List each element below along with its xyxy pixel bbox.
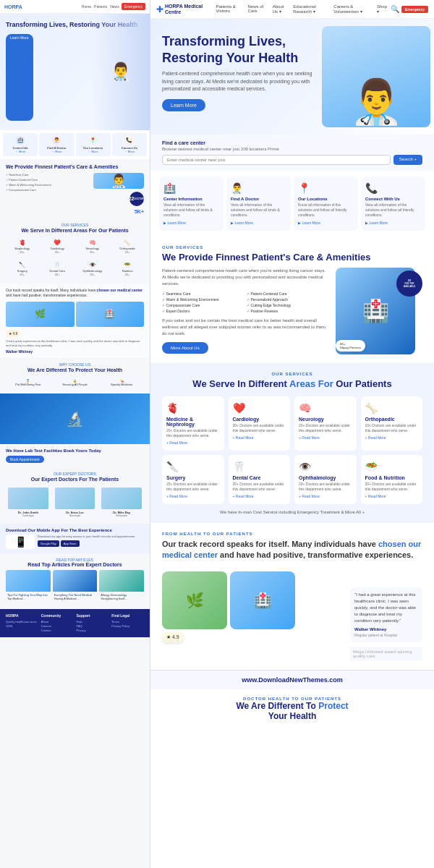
info-card-connect-more[interactable]: ▶ Learn More xyxy=(365,221,421,225)
find-input[interactable] xyxy=(162,155,391,165)
amenities-section: OUR SERVICES We Provide Finnest Patient'… xyxy=(150,237,434,363)
services-grid: 🫀 Medicine & Nephrology 20+ Doctors are … xyxy=(162,396,422,504)
amenity-1: Seamless Care xyxy=(6,173,90,176)
left-info-card-1[interactable]: 🏥 Center Info → More xyxy=(3,133,38,156)
google-play-btn[interactable]: Google Play xyxy=(38,540,59,547)
info-cards-row: 🏥 Center Information View all informatio… xyxy=(150,171,434,237)
info-card-center[interactable]: 🏥 Center Information View all informatio… xyxy=(159,176,224,231)
article-card-1[interactable]: Tips For Fighting Your Way Into Top Medi… xyxy=(6,570,51,602)
right-learn-more-btn[interactable]: Learn More xyxy=(162,99,205,111)
doctor-available-badge: 22 DOCTORAVAILABLE xyxy=(396,271,422,297)
doctor-card-2[interactable]: Dr. Anna Lee Neurologist xyxy=(53,485,98,519)
left-card-2-more[interactable]: → More xyxy=(41,150,72,153)
testimonial-label: FROM HEALTH TO OUR PATIENTS xyxy=(162,532,422,536)
info-card-locations[interactable]: 📍 Our Locations Know all information of … xyxy=(294,176,358,231)
ophthalmology-desc: 20+ Doctors are available under this dep… xyxy=(299,482,352,492)
apple-store-btn[interactable]: App Store xyxy=(61,540,80,547)
doctor-role-2: Neurologist xyxy=(55,514,95,517)
info-card-locations-more[interactable]: ▶ Learn More xyxy=(298,221,354,225)
left-protect-section: WHY CHOOSE US We Are Different To Protec… xyxy=(0,358,150,393)
area-dental[interactable]: 🦷 Dental Care 20+ xyxy=(41,259,75,279)
left-lab-btn[interactable]: Book Appointment xyxy=(6,456,44,463)
cardiology-more[interactable]: + Read More xyxy=(233,435,286,440)
locations-icon-r: 📍 xyxy=(298,182,354,194)
service-ophthalmology[interactable]: 👁️ Ophthalmology 20+ Doctors are availab… xyxy=(294,455,357,504)
amenities-cta-btn[interactable]: More About Us xyxy=(162,342,208,354)
find-doctor-icon-r: 👨‍⚕️ xyxy=(231,182,286,194)
left-nav: HORPA Home Patients News Emergency xyxy=(0,0,150,14)
info-card-connect[interactable]: 📞 Connect With Us View all information o… xyxy=(361,176,425,231)
service-ortho[interactable]: 🦴 Orthopaedic 10+ Doctors are available … xyxy=(361,396,423,451)
nav-link-about[interactable]: About Us ▾ xyxy=(273,4,290,14)
neurology-more[interactable]: + Read More xyxy=(299,435,352,440)
checklist-7: Expert Doctors xyxy=(162,309,245,313)
article-card-3[interactable]: Allergy Dermatology Straightening Itself… xyxy=(99,570,144,602)
center-info-icon: 🏥 xyxy=(16,136,25,145)
left-amenities-img: 👨‍⚕️ xyxy=(93,173,144,189)
find-center-subtitle: Browse nearest medical center near you 2… xyxy=(162,147,422,151)
left-info-card-2[interactable]: 👨‍⚕️ Find A Doctor → More xyxy=(39,133,74,156)
left-nav-news[interactable]: News xyxy=(110,4,119,9)
area-cardiology[interactable]: ❤️ Cardiology 20+ xyxy=(41,237,75,257)
service-dental[interactable]: 🦷 Dental Care 20+ Doctors are available … xyxy=(229,455,291,504)
left-card-1-more[interactable]: → More xyxy=(4,150,36,153)
footer-col-2: Community AboutCareersContact xyxy=(41,613,74,633)
surgery-desc: 20+ Doctors are available under this dep… xyxy=(166,482,220,492)
left-card-3-more[interactable]: → More xyxy=(77,150,109,153)
surgery-more[interactable]: + Read More xyxy=(166,494,220,498)
left-testimonial-text: Our track record speaks for itself. Many… xyxy=(6,288,144,299)
surgery-title: Surgery xyxy=(166,475,220,480)
info-card-doctor-more[interactable]: ▶ Learn More xyxy=(231,221,286,225)
article-card-2[interactable]: Everything You Need Medical Having A Med… xyxy=(53,570,98,602)
protect-card-2: 🔒 Securing All People xyxy=(53,376,98,389)
cardiology-desc: 20+ Doctors are available under this dep… xyxy=(233,423,286,433)
footer-col-2-heading: Community xyxy=(41,613,74,618)
right-emergency-btn[interactable]: Emergency xyxy=(401,6,428,13)
info-card-center-more[interactable]: ▶ Learn More xyxy=(163,221,219,225)
left-learn-btn[interactable]: Learn More xyxy=(6,34,33,121)
left-doctor-badge: 22 DOCTORS xyxy=(129,192,144,206)
nav-link-education[interactable]: Educational Research ▾ xyxy=(293,4,330,14)
left-card-4-more[interactable]: → More xyxy=(114,150,145,153)
testimonial-title: Our track record speaks for itself. Many… xyxy=(162,539,422,561)
left-nav-home[interactable]: Home xyxy=(82,4,91,9)
doctor-img-2 xyxy=(55,488,95,509)
ortho-more[interactable]: + Read More xyxy=(365,435,419,440)
left-app-phone: 📱 xyxy=(6,535,35,549)
service-nutrition[interactable]: 🥗 Food & Nutrition 20+ Doctors are avail… xyxy=(361,455,423,504)
service-nephrology[interactable]: 🫀 Medicine & Nephrology 20+ Doctors are … xyxy=(162,396,224,451)
area-nephrology[interactable]: 🫀 Nephrology 20+ xyxy=(6,237,39,257)
dental-more[interactable]: + Read More xyxy=(233,494,286,498)
testimonial-content: 🌿 🏥 ★ 4.9 "I had a great experience at t… xyxy=(162,566,422,662)
search-icon[interactable]: 🔍 xyxy=(391,5,399,13)
service-neurology[interactable]: 🧠 Neurology 20+ Doctors are available un… xyxy=(294,396,357,451)
left-emergency-btn[interactable]: Emergency xyxy=(122,3,145,10)
protect-title-2: Securing All People xyxy=(56,383,95,386)
doctor-card-3[interactable]: Dr. Mike Ray Orthopaedic xyxy=(99,485,144,519)
area-eye[interactable]: 👁️ Ophthalmology 20+ xyxy=(76,259,109,279)
service-surgery[interactable]: 🔪 Surgery 20+ Doctors are available unde… xyxy=(162,455,224,504)
amenities-left: Patient-centered comprehensive health ca… xyxy=(162,268,330,354)
dental-icon: 🦷 xyxy=(43,262,73,268)
nutrition-more[interactable]: + Read More xyxy=(365,494,419,498)
dental-title: Dental Care xyxy=(233,475,286,480)
left-info-card-4[interactable]: 📞 Connect Us → More xyxy=(112,133,147,156)
service-cardiology[interactable]: ❤️ Cardiology 20+ Doctors are available … xyxy=(229,396,291,451)
find-center-title: Find a care center xyxy=(162,140,422,145)
find-submit-btn[interactable]: Search + xyxy=(393,155,422,165)
nav-link-careers[interactable]: Careers & Volunteerism ▾ xyxy=(333,4,373,14)
left-nav-patients[interactable]: Patients xyxy=(94,4,107,9)
area-neurology[interactable]: 🧠 Neurology 30+ xyxy=(76,237,109,257)
left-info-card-3[interactable]: 📍 Our Locations → More xyxy=(76,133,111,156)
ophthalmology-more[interactable]: + Read More xyxy=(299,494,352,498)
nephrology-more[interactable]: + Read More xyxy=(166,441,220,445)
area-surgery[interactable]: 🔪 Surgery 20+ xyxy=(6,259,39,279)
area-nutrition[interactable]: 🥗 Nutrition 20+ xyxy=(111,259,145,279)
nav-link-shop[interactable]: Shop ▾ xyxy=(377,4,388,14)
doctor-card-1[interactable]: Dr. John Smith Cardiologist xyxy=(6,485,51,519)
area-ortho[interactable]: 🦴 Orthopaedic 10+ xyxy=(111,237,145,257)
connect-icon: 📞 xyxy=(125,136,134,145)
nav-link-patients[interactable]: Patients & Visitors xyxy=(216,4,244,14)
info-card-doctor[interactable]: 👨‍⚕️ Find A Doctor View all information … xyxy=(226,176,291,231)
nav-link-news[interactable]: News of Care xyxy=(248,4,269,14)
